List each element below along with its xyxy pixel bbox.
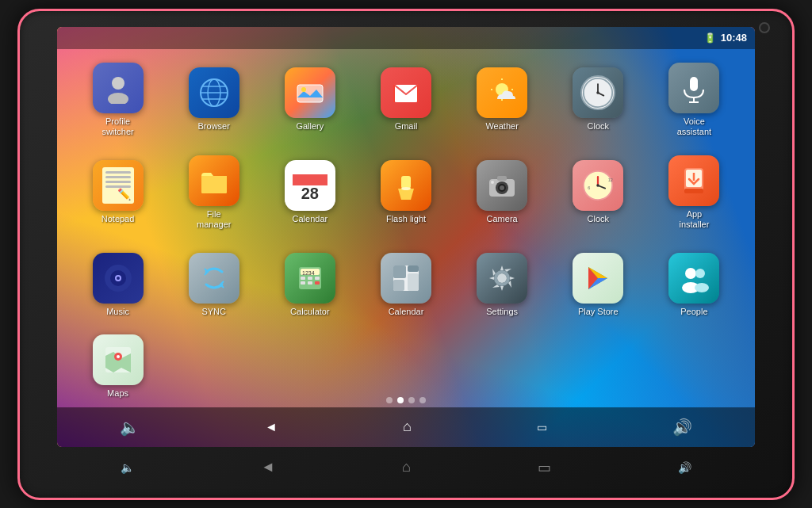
- app-notepad[interactable]: ✏️ Notepad: [73, 149, 163, 235]
- dot-1[interactable]: [386, 397, 393, 403]
- svg-rect-51: [301, 281, 305, 285]
- svg-text:12: 12: [608, 178, 613, 182]
- svg-rect-50: [315, 277, 320, 280]
- tablet-screen: 🔋 10:48 Profileswitcher Browser: [57, 27, 755, 447]
- app-settings[interactable]: Settings: [458, 242, 547, 328]
- app-weather[interactable]: Weather: [458, 57, 547, 143]
- hw-back: ◄: [261, 459, 275, 476]
- svg-point-63: [695, 269, 705, 278]
- app-music[interactable]: Music: [73, 242, 163, 328]
- svg-rect-53: [315, 281, 320, 285]
- app-people[interactable]: People: [649, 242, 739, 328]
- svg-rect-23: [401, 176, 411, 189]
- app-clock[interactable]: 612 Clock: [553, 149, 643, 235]
- svg-rect-29: [497, 176, 507, 181]
- svg-rect-20: [690, 77, 698, 91]
- svg-point-30: [491, 181, 494, 184]
- bottom-nav-bar: 🔈 ◄ ⌂ ▭ 🔊: [57, 407, 755, 447]
- svg-rect-49: [308, 277, 312, 280]
- app-calendar[interactable]: 28 Calendar: [265, 149, 354, 235]
- app-calculator[interactable]: 1234 Calculator: [265, 242, 354, 328]
- hw-speaker-right: 🔊: [678, 461, 691, 474]
- svg-point-24: [401, 187, 411, 190]
- svg-rect-58: [408, 273, 419, 291]
- app-gmail[interactable]: Gmail: [361, 57, 450, 143]
- recent-apps-button[interactable]: ▭: [524, 414, 560, 440]
- svg-point-59: [497, 273, 507, 283]
- tablet-device: 🔋 10:48 Profileswitcher Browser: [17, 9, 795, 500]
- hw-speaker-left: 🔈: [121, 461, 134, 474]
- dot-2[interactable]: [397, 397, 404, 403]
- svg-point-28: [500, 185, 504, 190]
- status-time: 10:48: [721, 32, 747, 44]
- svg-point-9: [301, 87, 306, 92]
- app-maps[interactable]: Maps: [73, 334, 163, 399]
- svg-rect-55: [393, 265, 406, 278]
- page-dots: [386, 397, 426, 403]
- svg-text:1234: 1234: [302, 270, 315, 276]
- app-play-store[interactable]: Play Store: [553, 242, 643, 328]
- app-profile-switcher[interactable]: Profileswitcher: [73, 57, 163, 143]
- app-calendar2[interactable]: Calendar: [361, 242, 450, 328]
- app-file-manager[interactable]: Filemanager: [169, 149, 259, 235]
- svg-point-44: [117, 277, 120, 280]
- app-voice-assistant[interactable]: Voiceassistant: [649, 57, 739, 143]
- svg-point-19: [596, 92, 599, 95]
- app-installer[interactable]: Appinstaller: [649, 149, 739, 235]
- volume-up-button[interactable]: 🔊: [660, 411, 705, 443]
- hw-home: ⌂: [402, 459, 411, 476]
- hw-recent: ▭: [538, 459, 551, 476]
- svg-point-1: [108, 93, 128, 104]
- svg-rect-52: [308, 281, 312, 285]
- app-gallery[interactable]: Gallery: [265, 57, 354, 143]
- app-camera[interactable]: Camera: [458, 149, 547, 235]
- volume-down-button[interactable]: 🔈: [107, 411, 152, 443]
- hardware-bottom-bar: 🔈 ◄ ⌂ ▭ 🔊: [57, 453, 755, 482]
- dot-3[interactable]: [408, 397, 415, 403]
- status-icons: 🔋 10:48: [704, 32, 747, 44]
- dot-4[interactable]: [419, 397, 426, 403]
- svg-rect-57: [393, 280, 404, 291]
- svg-rect-40: [684, 189, 703, 193]
- status-bar: 🔋 10:48: [57, 27, 755, 49]
- svg-rect-48: [301, 277, 305, 280]
- battery-icon: 🔋: [704, 32, 716, 44]
- app-flashlight[interactable]: Flash light: [361, 149, 450, 235]
- camera-hole: [759, 22, 770, 33]
- home-button[interactable]: ⌂: [390, 412, 424, 441]
- svg-point-61: [685, 268, 696, 279]
- app-sync[interactable]: SYNC: [169, 242, 259, 328]
- svg-point-34: [596, 184, 599, 187]
- svg-point-0: [112, 77, 124, 90]
- apps-grid: Profileswitcher Browser Gallery: [57, 49, 755, 407]
- svg-point-67: [117, 355, 120, 358]
- svg-text:6: 6: [588, 186, 591, 191]
- app-browser[interactable]: Browser: [169, 57, 259, 143]
- app-clock-top[interactable]: Clock: [553, 57, 643, 143]
- svg-rect-56: [408, 265, 419, 272]
- back-button[interactable]: ◄: [252, 414, 290, 441]
- svg-point-64: [695, 283, 709, 292]
